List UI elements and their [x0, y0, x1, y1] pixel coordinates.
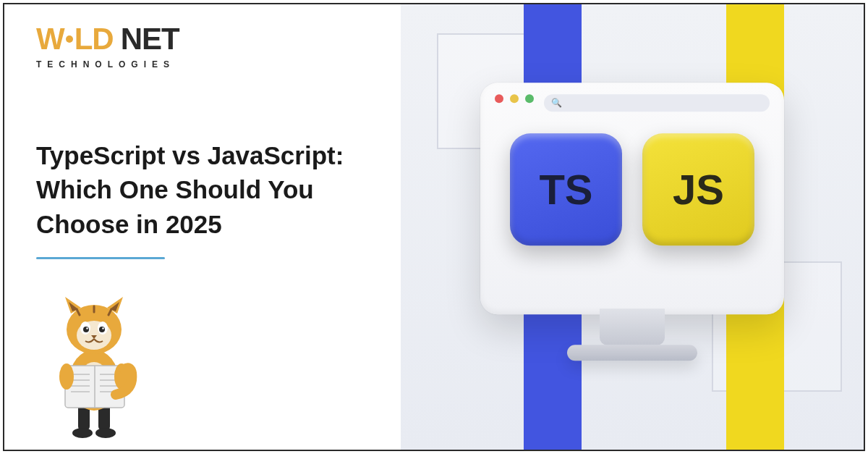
maximize-dot-icon [525, 94, 534, 103]
window-controls [495, 94, 534, 103]
logo-dot-icon [66, 35, 73, 43]
logo-net-text: NET [121, 22, 179, 56]
ts-label: TS [539, 165, 592, 214]
monitor-base [567, 345, 697, 361]
typescript-tile: TS [510, 133, 622, 245]
svg-point-25 [102, 327, 104, 329]
js-label: JS [673, 165, 724, 214]
svg-point-23 [99, 327, 105, 332]
svg-point-3 [95, 428, 116, 438]
monitor-illustration: 🔍 TS JS [480, 83, 784, 361]
monitor-screen: 🔍 TS JS [480, 83, 784, 314]
mascot-illustration [43, 293, 145, 438]
title-underline [36, 257, 165, 259]
close-dot-icon [495, 94, 503, 103]
svg-point-22 [83, 327, 89, 332]
page-title: TypeScript vs JavaScript: Which One Shou… [36, 138, 398, 241]
logo-wild-text: WLD [36, 22, 114, 56]
language-tiles: TS JS [495, 133, 770, 245]
minimize-dot-icon [510, 94, 519, 103]
illustration-panel: 🔍 TS JS [401, 4, 864, 450]
svg-point-16 [59, 363, 74, 390]
svg-point-24 [86, 327, 88, 329]
logo-main-row: WLD NET [36, 22, 398, 56]
monitor-stand [600, 308, 665, 345]
search-icon: 🔍 [551, 98, 562, 108]
javascript-tile: JS [642, 133, 754, 245]
svg-point-2 [72, 428, 93, 438]
url-bar: 🔍 [544, 94, 770, 112]
logo-ld: LD [75, 22, 114, 56]
brand-logo: WLD NET TECHNOLOGIES [36, 22, 398, 70]
left-content: WLD NET TECHNOLOGIES TypeScript vs JavaS… [36, 22, 398, 259]
logo-w: W [36, 22, 64, 56]
logo-subtitle: TECHNOLOGIES [36, 59, 398, 70]
